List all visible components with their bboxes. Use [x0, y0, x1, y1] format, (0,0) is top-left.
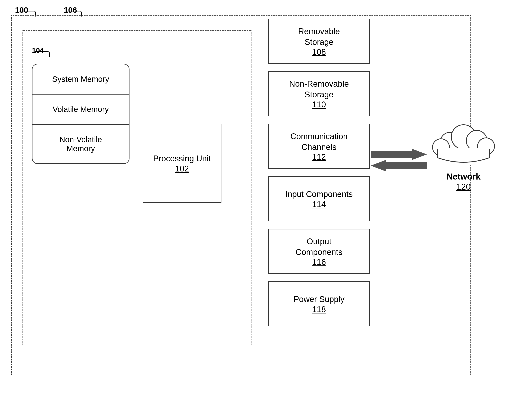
memory-container: System Memory Volatile Memory Non-Volati… [32, 64, 129, 164]
input-components-box: Input Components 114 [268, 176, 370, 221]
removable-storage-box: RemovableStorage 108 [268, 19, 370, 64]
inner-box-label: 106 [64, 6, 77, 15]
input-components-text: Input Components [285, 189, 353, 200]
network-label: Network [424, 171, 503, 181]
power-supply-ref: 118 [312, 305, 326, 314]
processing-unit-text: Processing Unit [153, 153, 211, 164]
non-removable-storage-box: Non-RemovableStorage 110 [268, 71, 370, 116]
outer-box-label: 100 [15, 6, 28, 15]
cloud-icon [426, 116, 501, 169]
volatile-memory-section: Volatile Memory [32, 94, 129, 125]
output-components-text: OutputComponents [296, 236, 342, 257]
processing-unit-box: Processing Unit 102 [143, 124, 222, 203]
processing-unit-ref: 102 [175, 164, 189, 173]
right-column: RemovableStorage 108 Non-RemovableStorag… [268, 19, 370, 326]
system-memory-section: System Memory [32, 64, 129, 94]
output-components-box: OutputComponents 116 [268, 229, 370, 274]
svg-marker-0 [371, 149, 427, 160]
output-components-ref: 116 [312, 257, 326, 267]
non-removable-storage-ref: 110 [312, 100, 326, 109]
memory-label: 104 [32, 47, 44, 55]
input-components-ref: 114 [312, 200, 326, 209]
removable-storage-ref: 108 [312, 47, 326, 57]
memory-box: System Memory Volatile Memory Non-Volati… [32, 64, 129, 164]
power-supply-box: Power Supply 118 [268, 281, 370, 326]
removable-storage-text: RemovableStorage [298, 26, 340, 47]
network-ref: 120 [424, 181, 503, 192]
communication-channels-ref: 112 [312, 152, 326, 162]
power-supply-text: Power Supply [293, 294, 344, 305]
double-arrow-icon [371, 149, 427, 171]
communication-channels-box: CommunicationChannels 112 [268, 124, 370, 169]
communication-channels-text: CommunicationChannels [290, 131, 348, 152]
svg-marker-1 [371, 160, 427, 171]
non-volatile-memory-section: Non-VolatileMemory [32, 125, 129, 163]
network-container: Network 120 [424, 116, 503, 192]
non-removable-storage-text: Non-RemovableStorage [289, 78, 349, 100]
